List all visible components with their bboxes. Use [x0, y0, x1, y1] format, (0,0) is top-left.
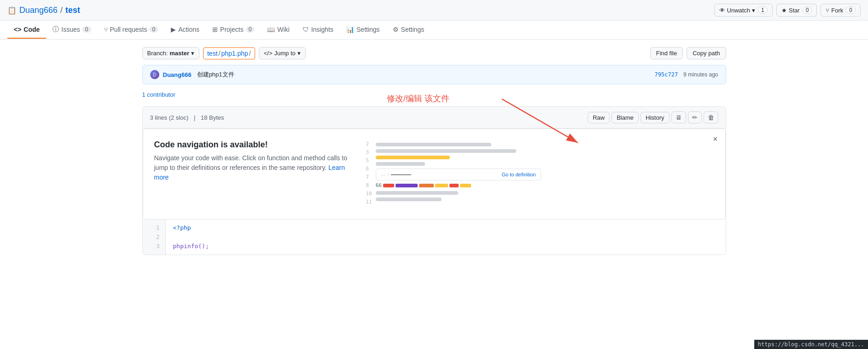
code-line-1: <?php [173, 223, 718, 233]
breadcrumb-right: Find file Copy path [650, 47, 726, 59]
commit-meta: 795c727 9 minutes ago [655, 71, 718, 78]
path-file[interactable]: php1.php [221, 50, 248, 57]
popup-close-button[interactable]: × [713, 134, 718, 144]
file-actions: Raw Blame History 🖥 ✏ 🗑 [588, 111, 718, 123]
fork-count: 0 [846, 6, 856, 14]
branch-selector[interactable]: Branch: master ▾ [142, 47, 199, 59]
commit-author-info: D Duang666 创建php1文件 [150, 70, 234, 79]
contributor-label: contributor [147, 91, 175, 98]
file-path: test / php1.php / [203, 47, 255, 59]
commit-bar: D Duang666 创建php1文件 795c727 9 minutes ag… [142, 65, 726, 84]
popup-title: Code navigation is available! [154, 140, 348, 150]
wiki-icon: 📖 [267, 26, 275, 33]
code-line-3: phpinfo(); [173, 242, 718, 251]
fork-icon: ⑂ [826, 7, 829, 14]
popup-body: Navigate your code with ease. Click on f… [154, 153, 348, 182]
tab-actions[interactable]: ▶ Actions [164, 21, 206, 39]
path-sep-2: / [249, 50, 251, 57]
history-button[interactable]: History [641, 112, 669, 123]
tab-pull-requests[interactable]: ⑂ Pull requests 0 [98, 21, 165, 39]
watch-count: 1 [758, 6, 768, 14]
actions-icon: ▶ [171, 26, 176, 33]
repo-owner[interactable]: Duang666 [19, 6, 58, 15]
desktop-icon[interactable]: 🖥 [671, 111, 686, 123]
tab-settings[interactable]: ⚙ Settings [386, 21, 431, 39]
commit-message: 创建php1文件 [197, 70, 234, 79]
contributor-line: 1 contributor [142, 88, 726, 101]
dropdown-icon: ▾ [752, 7, 755, 14]
raw-button[interactable]: Raw [588, 112, 610, 123]
code-body: 1 2 3 <?php phpinfo(); [143, 220, 726, 255]
lines-info: 3 lines (2 sloc) [150, 114, 189, 121]
delete-icon[interactable]: 🗑 [704, 111, 718, 123]
tab-security[interactable]: 🛡 Insights [296, 21, 340, 39]
file-header: 3 lines (2 sloc) | 18 Bytes Raw Blame Hi… [143, 107, 726, 128]
tab-insights[interactable]: 📊 Settings [340, 21, 386, 39]
contributor-link[interactable]: 1 contributor [142, 91, 175, 98]
contributor-count: 1 [142, 91, 146, 98]
branch-label: Branch: [147, 50, 168, 57]
avatar: D [150, 70, 159, 79]
jump-to-chevron-icon: ▾ [297, 50, 301, 57]
repo-nav: <> Code ⓘ Issues 0 ⑂ Pull requests 0 ▶ A… [0, 21, 868, 40]
jump-to-button[interactable]: </> Jump to ▾ [259, 47, 306, 59]
fork-button[interactable]: ⑂ Fork 0 [821, 4, 861, 17]
code-line-2 [173, 233, 718, 242]
popup-text: Code navigation is available! Navigate y… [154, 140, 348, 182]
tab-projects[interactable]: ⊞ Projects 0 [206, 21, 261, 39]
star-count: 0 [803, 6, 812, 14]
security-icon: 🛡 [303, 26, 309, 33]
repo-icon: 📋 [7, 6, 17, 15]
file-info: 3 lines (2 sloc) | 18 Bytes [150, 114, 228, 121]
dropdown-chevron-icon: ▾ [191, 50, 194, 57]
star-icon: ★ [781, 7, 787, 14]
code-icon: <> [14, 26, 21, 33]
repo-name[interactable]: test [65, 6, 80, 15]
line-numbers: 1 2 3 [143, 220, 166, 255]
file-size: 18 Bytes [201, 114, 224, 121]
blame-button[interactable]: Blame [612, 112, 639, 123]
popup-illustration: 2356781011 — / ———— Go to definition [366, 140, 541, 208]
copy-path-button[interactable]: Copy path [687, 47, 726, 59]
settings-icon: ⚙ [393, 26, 399, 33]
star-button[interactable]: ★ Star 0 [776, 4, 817, 17]
jump-to-label: Jump to [274, 50, 296, 57]
code-nav-icon: </> [264, 50, 273, 57]
breadcrumb-row: Branch: master ▾ test / php1.php / </> J… [142, 47, 726, 59]
commit-user[interactable]: Duang666 [163, 71, 192, 78]
code-nav-popup: Code navigation is available! Navigate y… [143, 128, 726, 220]
header-actions: 👁 Unwatch ▾ 1 ★ Star 0 ⑂ Fork 0 [714, 4, 861, 17]
file-container: 3 lines (2 sloc) | 18 Bytes Raw Blame Hi… [142, 106, 726, 255]
tab-issues[interactable]: ⓘ Issues 0 [46, 21, 97, 39]
issues-icon: ⓘ [52, 25, 59, 34]
watch-button[interactable]: 👁 Unwatch ▾ 1 [714, 4, 773, 17]
repo-sep: / [60, 6, 63, 15]
breadcrumb-left: Branch: master ▾ test / php1.php / </> J… [142, 47, 306, 59]
insights-icon: 📊 [346, 26, 354, 33]
commit-hash[interactable]: 795c727 [655, 71, 678, 78]
find-file-button[interactable]: Find file [650, 47, 683, 59]
branch-name: master [169, 50, 189, 57]
commit-time: 9 minutes ago [683, 71, 718, 78]
code-content: <?php phpinfo(); [166, 220, 726, 255]
projects-icon: ⊞ [212, 26, 218, 33]
path-repo[interactable]: test [207, 50, 218, 57]
fork-label: Fork [831, 7, 843, 14]
pr-icon: ⑂ [104, 26, 108, 33]
edit-icon[interactable]: ✏ [688, 111, 702, 123]
star-label: Star [789, 7, 800, 14]
eye-icon: 👁 [719, 7, 725, 14]
watch-label: Unwatch [727, 7, 751, 14]
tab-wiki[interactable]: 📖 Wiki [261, 21, 296, 39]
path-sep-1: / [219, 50, 221, 57]
tab-code[interactable]: <> Code [7, 21, 46, 39]
